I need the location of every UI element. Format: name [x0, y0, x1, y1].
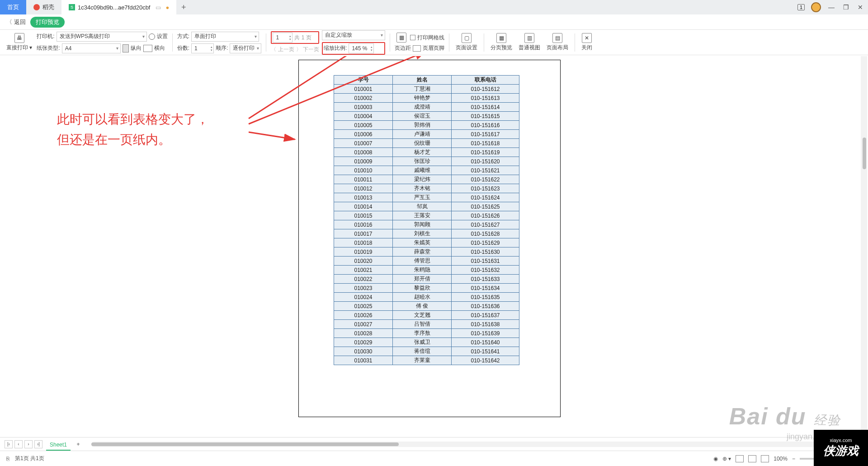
orient-portrait-button[interactable]: 纵向	[131, 44, 142, 52]
table-row: 010025傅 俊010-151636	[334, 302, 519, 311]
preview-stage: 学号姓名联系电话010001丁慧湘010-151612010002钟艳梦010-…	[0, 56, 868, 451]
page-number-input[interactable]: 1	[273, 33, 292, 43]
table-row: 010010戚曦维010-151621	[334, 166, 519, 175]
headerfooter-button[interactable]: 页眉页脚	[423, 44, 444, 52]
tab-home[interactable]: 首页	[0, 0, 26, 14]
page-total-label: 共 1 页	[294, 34, 311, 42]
printer-select[interactable]: 发送到WPS高级打印	[57, 32, 147, 42]
zoom-slider[interactable]	[800, 458, 854, 460]
printer-icon: 🖶	[14, 33, 24, 43]
table-row: 010026文芝翘010-151637	[334, 311, 519, 320]
table-row: 010024赵睦水010-151635	[334, 293, 519, 302]
close-preview-button[interactable]: ✕关闭	[580, 33, 594, 52]
table-row: 010014邹岚010-151625	[334, 202, 519, 211]
headerfooter-icon	[413, 45, 421, 52]
table-row: 010003成澄靖010-151614	[334, 103, 519, 112]
lang-icon[interactable]: ⊕ ▾	[722, 456, 731, 462]
maximize-button[interactable]: ❐	[842, 3, 850, 11]
table-row: 010007倪纹珊010-151618	[334, 139, 519, 148]
spreadsheet-icon: S	[69, 4, 75, 10]
gear-icon	[149, 33, 155, 40]
page-setup-button[interactable]: ▢页面设置	[454, 33, 479, 52]
zoom-in-button[interactable]: +	[859, 456, 862, 462]
annotation-text: 此时可以看到表格变大了， 但还是在一页纸内。	[57, 109, 209, 150]
orient-landscape-button[interactable]: 横向	[154, 44, 165, 52]
tab-add-button[interactable]: +	[176, 0, 191, 14]
close-window-button[interactable]: ✕	[856, 3, 864, 11]
sheet-first-button[interactable]: |‹	[5, 440, 13, 448]
gridlines-checkbox[interactable]	[410, 35, 415, 40]
paper-label: 纸张类型:	[37, 44, 60, 52]
print-preview-pill: 打印预览	[30, 17, 65, 28]
page-setup-icon: ▢	[462, 33, 472, 43]
close-icon: ✕	[582, 33, 592, 43]
landscape-icon	[143, 45, 152, 52]
normal-view-icon: ▥	[524, 33, 534, 43]
sheet-bar: |‹ ‹ › ›| Sheet1 +	[0, 437, 868, 451]
table-row: 010031齐莱童010-151642	[334, 356, 519, 365]
table-row: 010030蒋倍瑄010-151641	[334, 347, 519, 356]
doc-count-badge[interactable]: 1	[797, 4, 805, 10]
back-button[interactable]: 〈 返回	[6, 18, 26, 26]
paper-select[interactable]: A4	[62, 43, 121, 53]
table-row: 010015王落安010-151626	[334, 211, 519, 220]
print-mode-select[interactable]: 单面打印	[191, 32, 259, 42]
chevron-left-icon: 〈	[6, 18, 12, 26]
zoom-mode-select[interactable]: 自定义缩放	[322, 30, 385, 40]
table-row: 010016郭闻顾010-151627	[334, 220, 519, 229]
view-mode-2[interactable]	[748, 455, 756, 462]
tab-menu-icon[interactable]: ▭	[156, 4, 161, 11]
table-row: 010018朱嫣英010-151629	[334, 238, 519, 247]
sheet-next-button[interactable]: ›	[24, 440, 33, 448]
settings-button[interactable]: 设置	[157, 33, 168, 40]
status-bar: ⎘ 第1页 共1页 ◉ ⊕ ▾ 100% − +	[0, 451, 868, 466]
add-sheet-button[interactable]: +	[74, 440, 82, 448]
view-mode-1[interactable]	[736, 455, 744, 462]
table-row: 010029张威卫010-151640	[334, 338, 519, 347]
sheet-last-button[interactable]: ›|	[34, 440, 42, 448]
margins-button[interactable]: ▦	[395, 33, 408, 43]
page-layout-button[interactable]: ▤页面布局	[545, 33, 570, 52]
portrait-icon	[123, 44, 129, 52]
table-row: 010022郑开倩010-151633	[334, 275, 519, 284]
table-row: 010013严互玉010-151624	[334, 193, 519, 202]
zoom-ratio-label: 缩放比例:	[324, 44, 347, 52]
ribbon: 🖶 直接打印 ▾ 打印机: 发送到WPS高级打印 设置 纸张类型: A4 纵向 …	[0, 30, 868, 55]
normal-view-button[interactable]: ▥普通视图	[517, 33, 542, 52]
vertical-scrollbar[interactable]	[861, 56, 867, 441]
table-row: 010004侯谊玉010-151615	[334, 112, 519, 121]
eye-icon[interactable]: ◉	[713, 456, 718, 462]
table-row: 010012齐木铭010-151623	[334, 184, 519, 193]
table-row: 010005郭炜俏010-151616	[334, 121, 519, 130]
tab-dock[interactable]: 稻壳	[26, 0, 61, 14]
gridlines-label: 打印网格线	[417, 34, 444, 42]
mode-label: 方式:	[177, 33, 189, 40]
margins-icon: ▦	[396, 33, 406, 43]
tab-file[interactable]: S 1c34c09bd9b...ae7fdd20cbf ▭ ●	[61, 0, 176, 14]
margins-label[interactable]: 页边距	[395, 44, 411, 52]
horizontal-scrollbar[interactable]	[91, 442, 858, 447]
sheet-prev-button[interactable]: ‹	[14, 440, 23, 448]
table-header: 姓名	[393, 76, 452, 85]
table-header: 学号	[334, 76, 393, 85]
notes-icon[interactable]: ⎘	[6, 456, 9, 462]
page-layout-icon: ▤	[552, 33, 562, 43]
direct-print-button[interactable]: 🖶 直接打印 ▾	[5, 33, 34, 52]
data-table: 学号姓名联系电话010001丁慧湘010-151612010002钟艳梦010-…	[334, 75, 519, 365]
page-break-button[interactable]: ▦分页预览	[489, 33, 514, 52]
dock-icon	[33, 4, 40, 10]
table-row: 010021朱鸥隐010-151632	[334, 266, 519, 275]
minimize-button[interactable]: —	[827, 3, 835, 11]
printer-label: 打印机:	[37, 33, 54, 40]
zoom-value[interactable]: 100%	[774, 456, 788, 462]
zoom-ratio-input[interactable]: 145 %	[349, 43, 374, 53]
next-page-button[interactable]: 〉 下一页	[296, 46, 319, 53]
copies-input[interactable]: 1	[191, 43, 214, 53]
sheet-tab[interactable]: Sheet1	[46, 440, 71, 451]
avatar[interactable]	[811, 2, 821, 12]
view-mode-3[interactable]	[761, 455, 769, 462]
prev-page-button[interactable]: 〈 上一页	[271, 46, 294, 53]
zoom-out-button[interactable]: −	[792, 456, 795, 462]
order-select[interactable]: 逐份打印	[230, 43, 261, 53]
table-row: 010002钟艳梦010-151613	[334, 94, 519, 103]
